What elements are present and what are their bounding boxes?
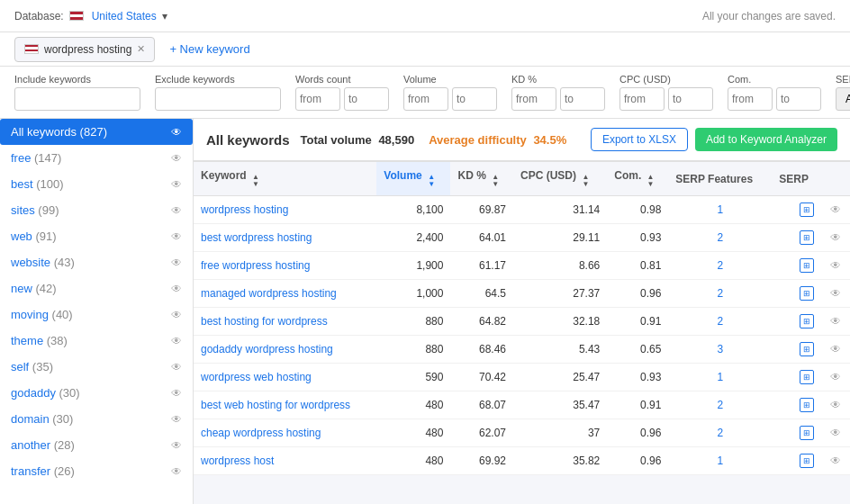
row-eye-icon[interactable]: 👁	[821, 252, 850, 280]
row-eye-icon[interactable]: 👁	[821, 336, 850, 364]
serp-icon-cell[interactable]: ⊞	[772, 364, 821, 392]
sidebar-item-moving[interactable]: moving (40) 👁	[0, 302, 193, 328]
sidebar-item-all[interactable]: All keywords (827) 👁	[0, 119, 193, 145]
sidebar-item-godaddy[interactable]: godaddy (30) 👁	[0, 380, 193, 406]
serp-features-cell[interactable]: 1	[668, 364, 772, 392]
serp-features-cell[interactable]: 2	[668, 280, 772, 308]
serp-result-icon[interactable]: ⊞	[800, 202, 814, 217]
serp-result-icon[interactable]: ⊞	[800, 454, 814, 468]
sidebar-item-website[interactable]: website (43) 👁	[0, 249, 193, 275]
serp-icon-cell[interactable]: ⊞	[772, 336, 821, 364]
dropdown-arrow[interactable]: ▾	[162, 10, 167, 22]
sidebar-eye-icon[interactable]: 👁	[171, 387, 182, 400]
serp-icon-cell[interactable]: ⊞	[772, 196, 821, 224]
row-eye-icon[interactable]: 👁	[821, 364, 850, 392]
keyword-cell[interactable]: best hosting for wordpress	[194, 308, 376, 336]
sidebar-item-transfer[interactable]: transfer (26) 👁	[0, 458, 193, 484]
sidebar-eye-icon[interactable]: 👁	[171, 309, 182, 321]
row-eye-icon[interactable]: 👁	[821, 419, 850, 447]
keyword-cell[interactable]: best web hosting for wordpress	[194, 392, 376, 419]
col-keyword[interactable]: Keyword ▲▼	[194, 162, 376, 196]
sidebar-item-self[interactable]: self (35) 👁	[0, 354, 193, 380]
serp-features-cell[interactable]: 1	[668, 196, 772, 224]
serp-features-cell[interactable]: 3	[668, 336, 772, 364]
sidebar-eye-icon[interactable]: 👁	[171, 178, 182, 191]
new-keyword-button[interactable]: + New keyword	[162, 39, 257, 59]
include-keywords-input[interactable]	[14, 87, 140, 111]
row-eye-icon[interactable]: 👁	[821, 392, 850, 419]
words-count-to[interactable]	[344, 87, 389, 111]
serp-result-icon[interactable]: ⊞	[800, 230, 814, 245]
serp-features-cell[interactable]: 2	[668, 308, 772, 336]
keyword-cell[interactable]: free wordpress hosting	[194, 252, 376, 280]
keyword-tab[interactable]: wordpress hosting ✕	[14, 37, 155, 62]
com-to[interactable]	[776, 87, 821, 111]
serp-icon-cell[interactable]: ⊞	[772, 447, 821, 475]
serp-icon-cell[interactable]: ⊞	[772, 392, 821, 419]
sidebar-eye-icon[interactable]: 👁	[171, 413, 182, 426]
keyword-cell[interactable]: wordpress web hosting	[194, 364, 376, 392]
serp-icon-cell[interactable]: ⊞	[772, 308, 821, 336]
kd-from[interactable]	[511, 87, 556, 111]
add-to-analyzer-button[interactable]: Add to Keyword Analyzer	[695, 128, 837, 151]
sidebar-eye-icon[interactable]: 👁	[171, 230, 182, 243]
row-eye-icon[interactable]: 👁	[821, 224, 850, 252]
keyword-cell[interactable]: cheap wordpress hosting	[194, 419, 376, 447]
cpc-from[interactable]	[619, 87, 665, 111]
sidebar-eye-icon[interactable]: 👁	[171, 439, 182, 452]
sidebar-eye-icon[interactable]: 👁	[171, 152, 182, 165]
sidebar-item-new[interactable]: new (42) 👁	[0, 275, 193, 302]
col-com[interactable]: Com. ▲▼	[607, 162, 668, 196]
serp-result-icon[interactable]: ⊞	[800, 286, 814, 301]
serp-features-cell[interactable]: 2	[668, 392, 772, 419]
cpc-to[interactable]	[668, 87, 713, 111]
sidebar-eye-icon[interactable]: 👁	[171, 335, 182, 347]
words-count-from[interactable]	[295, 87, 340, 111]
serp-result-icon[interactable]: ⊞	[800, 342, 814, 356]
serp-icon-cell[interactable]: ⊞	[772, 224, 821, 252]
row-eye-icon[interactable]: 👁	[821, 280, 850, 308]
col-cpc[interactable]: CPC (USD) ▲▼	[513, 162, 607, 196]
sidebar-eye-icon[interactable]: 👁	[171, 256, 182, 269]
serp-result-icon[interactable]: ⊞	[800, 314, 814, 328]
keyword-cell[interactable]: best wordpress hosting	[194, 224, 376, 252]
serp-features-cell[interactable]: 2	[668, 224, 772, 252]
keyword-cell[interactable]: godaddy wordpress hosting	[194, 336, 376, 364]
col-volume[interactable]: Volume ▲▼	[376, 162, 450, 196]
sidebar-item-web[interactable]: web (91) 👁	[0, 223, 193, 249]
country-link[interactable]: United States	[92, 10, 157, 22]
serp-icon-cell[interactable]: ⊞	[772, 280, 821, 308]
row-eye-icon[interactable]: 👁	[821, 196, 850, 224]
sidebar-eye-icon[interactable]: 👁	[171, 283, 182, 295]
serp-result-icon[interactable]: ⊞	[800, 426, 814, 440]
volume-to[interactable]	[452, 87, 497, 111]
sidebar-eye-icon[interactable]: 👁	[171, 361, 182, 374]
keyword-cell[interactable]: wordpress host	[194, 447, 376, 475]
keyword-cell[interactable]: managed wordpress hosting	[194, 280, 376, 308]
sidebar-item-domain[interactable]: domain (30) 👁	[0, 406, 193, 432]
serp-result-icon[interactable]: ⊞	[800, 258, 814, 273]
exclude-keywords-input[interactable]	[155, 87, 281, 111]
kd-to[interactable]	[560, 87, 605, 111]
sidebar-item-another[interactable]: another (28) 👁	[0, 432, 193, 458]
serp-icon-cell[interactable]: ⊞	[772, 419, 821, 447]
sidebar-item-sites[interactable]: sites (99) 👁	[0, 197, 193, 223]
sidebar-eye-icon[interactable]: 👁	[171, 204, 182, 217]
serp-features-cell[interactable]: 1	[668, 447, 772, 475]
serp-features-cell[interactable]: 2	[668, 252, 772, 280]
sidebar-all-eye-icon[interactable]: 👁	[171, 126, 182, 139]
serp-features-select[interactable]: Any	[836, 87, 850, 111]
row-eye-icon[interactable]: 👁	[821, 447, 850, 475]
serp-features-cell[interactable]: 2	[668, 419, 772, 447]
com-from[interactable]	[728, 87, 773, 111]
sidebar-eye-icon[interactable]: 👁	[171, 465, 182, 478]
keyword-cell[interactable]: wordpress hosting	[194, 196, 376, 224]
tab-close-icon[interactable]: ✕	[137, 43, 145, 55]
sidebar-item-free[interactable]: free (147) 👁	[0, 145, 193, 171]
serp-result-icon[interactable]: ⊞	[800, 370, 814, 384]
serp-result-icon[interactable]: ⊞	[800, 398, 814, 412]
serp-icon-cell[interactable]: ⊞	[772, 252, 821, 280]
sidebar-item-best[interactable]: best (100) 👁	[0, 171, 193, 197]
sidebar-item-theme[interactable]: theme (38) 👁	[0, 328, 193, 354]
row-eye-icon[interactable]: 👁	[821, 308, 850, 336]
